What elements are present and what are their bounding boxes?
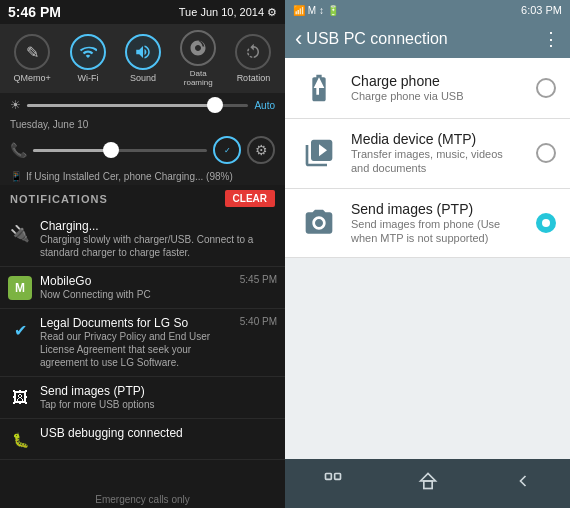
svg-rect-1: [334, 474, 340, 480]
brightness-slider[interactable]: [27, 97, 248, 113]
usb-options: Charge phone Charge phone via USB Media …: [285, 58, 570, 459]
notif-charging-body: Charging slowly with charger/USB. Connec…: [40, 233, 277, 259]
notif-legal[interactable]: ✔ Legal Documents for LG So Read our Pri…: [0, 309, 285, 377]
usb-option-mtp[interactable]: Media device (MTP) Transfer images, musi…: [285, 119, 570, 189]
charge-title: Charge phone: [351, 73, 524, 89]
volume-row: 📞 ✓ ⚙: [0, 132, 285, 168]
more-icon[interactable]: ⋮: [542, 28, 560, 50]
ptp-radio[interactable]: [536, 213, 556, 233]
nav-bar: [285, 459, 570, 508]
data-roaming-icon[interactable]: [180, 30, 216, 66]
date-row: Tuesday, June 10: [0, 117, 285, 132]
time-left: 5:46 PM: [8, 4, 61, 20]
data-roaming-label: Dataroaming: [184, 69, 213, 87]
charge-radio[interactable]: [536, 78, 556, 98]
charge-desc: Charge phone via USB: [351, 89, 524, 103]
date-label: Tuesday, June 10: [10, 119, 88, 130]
notif-debug-title: USB debugging connected: [40, 426, 277, 440]
date-left: Tue Jun 10, 2014 ⚙: [179, 6, 277, 19]
notif-mobilego-title: MobileGo: [40, 274, 232, 288]
auto-circle[interactable]: ✓: [213, 136, 241, 164]
mtp-radio[interactable]: [536, 143, 556, 163]
notification-list: 🔌 Charging... Charging slowly with charg…: [0, 212, 285, 491]
toggle-sound[interactable]: Sound: [125, 34, 161, 83]
emergency-bar: Emergency calls only: [0, 491, 285, 508]
mtp-desc: Transfer images, music, videos and docum…: [351, 147, 524, 176]
left-panel: 5:46 PM Tue Jun 10, 2014 ⚙ ✎ QMemo+ Wi-F…: [0, 0, 285, 508]
notif-ptp-title: Send images (PTP): [40, 384, 277, 398]
rotation-icon[interactable]: [235, 34, 271, 70]
notif-charging[interactable]: 🔌 Charging... Charging slowly with charg…: [0, 212, 285, 267]
toggle-wifi[interactable]: Wi-Fi: [70, 34, 106, 83]
toolbar-title: USB PC connection: [306, 30, 447, 48]
brightness-row: ☀ Auto: [0, 93, 285, 117]
volume-slider[interactable]: [33, 142, 207, 158]
toggle-qmemo[interactable]: ✎ QMemo+: [14, 34, 51, 83]
mtp-icon: [299, 135, 339, 171]
home-button[interactable]: [402, 467, 454, 500]
notif-legal-title: Legal Documents for LG So: [40, 316, 232, 330]
notif-legal-time: 5:40 PM: [240, 316, 277, 327]
recent-apps-button[interactable]: [307, 467, 359, 500]
connection-icon: 📱: [10, 171, 22, 182]
svg-marker-2: [420, 474, 435, 482]
sound-icon[interactable]: [125, 34, 161, 70]
mtp-title: Media device (MTP): [351, 131, 524, 147]
usb-option-charge[interactable]: Charge phone Charge phone via USB: [285, 58, 570, 119]
ptp-usb-icon: [299, 205, 339, 241]
notif-mobilego-body: Now Connecting with PC: [40, 288, 232, 301]
notifications-header: NOTIFICATIONS CLEAR: [0, 185, 285, 212]
ptp-icon: 🖼: [8, 386, 32, 410]
time-right: 6:03 PM: [521, 4, 562, 16]
connection-row: 📱 If Using Installed Cer, phone Charging…: [0, 168, 285, 185]
right-status-bar: 📶 M ↕ 🔋 6:03 PM: [285, 0, 570, 20]
charge-icon: [299, 70, 339, 106]
notif-legal-body: Read our Privacy Policy and End User Lic…: [40, 330, 232, 369]
back-arrow-icon[interactable]: ‹: [295, 26, 302, 52]
notifications-label: NOTIFICATIONS: [10, 193, 108, 205]
wifi-icon[interactable]: [70, 34, 106, 70]
charging-icon: 🔌: [8, 221, 32, 245]
ptp-desc: Send images from phone (Use when MTP is …: [351, 217, 524, 246]
svg-rect-3: [423, 481, 431, 489]
usb-option-ptp[interactable]: Send images (PTP) Send images from phone…: [285, 189, 570, 259]
notif-mobilego-time: 5:45 PM: [240, 274, 277, 285]
legal-icon: ✔: [8, 318, 32, 342]
toggle-rotation[interactable]: Rotation: [235, 34, 271, 83]
brightness-low-icon: ☀: [10, 98, 21, 112]
emergency-label: Emergency calls only: [95, 494, 189, 505]
notif-ptp[interactable]: 🖼 Send images (PTP) Tap for more USB opt…: [0, 377, 285, 419]
settings-circle[interactable]: ⚙: [247, 136, 275, 164]
debug-icon: 🐛: [8, 428, 32, 452]
notif-charging-title: Charging...: [40, 219, 277, 233]
notif-debug[interactable]: 🐛 USB debugging connected: [0, 419, 285, 460]
quick-toggles: ✎ QMemo+ Wi-Fi Sound Dataroaming Rotat: [0, 24, 285, 93]
svg-rect-0: [325, 474, 331, 480]
mobilego-icon: M: [8, 276, 32, 300]
right-panel: 📶 M ↕ 🔋 6:03 PM ‹ USB PC connection ⋮ Ch…: [285, 0, 570, 508]
gear-icon[interactable]: ⚙: [267, 6, 277, 19]
connection-text: If Using Installed Cer, phone Charging..…: [26, 171, 233, 182]
auto-label[interactable]: Auto: [254, 100, 275, 111]
phone-icon: 📞: [10, 142, 27, 158]
notif-ptp-body: Tap for more USB options: [40, 398, 277, 411]
right-toolbar: ‹ USB PC connection ⋮: [285, 20, 570, 58]
status-bar-left: 5:46 PM Tue Jun 10, 2014 ⚙: [0, 0, 285, 24]
back-button[interactable]: [497, 467, 549, 500]
clear-button[interactable]: CLEAR: [225, 190, 275, 207]
ptp-title: Send images (PTP): [351, 201, 524, 217]
toggle-data-roaming[interactable]: Dataroaming: [180, 30, 216, 87]
notif-mobilego[interactable]: M MobileGo Now Connecting with PC 5:45 P…: [0, 267, 285, 309]
qmemo-icon[interactable]: ✎: [14, 34, 50, 70]
